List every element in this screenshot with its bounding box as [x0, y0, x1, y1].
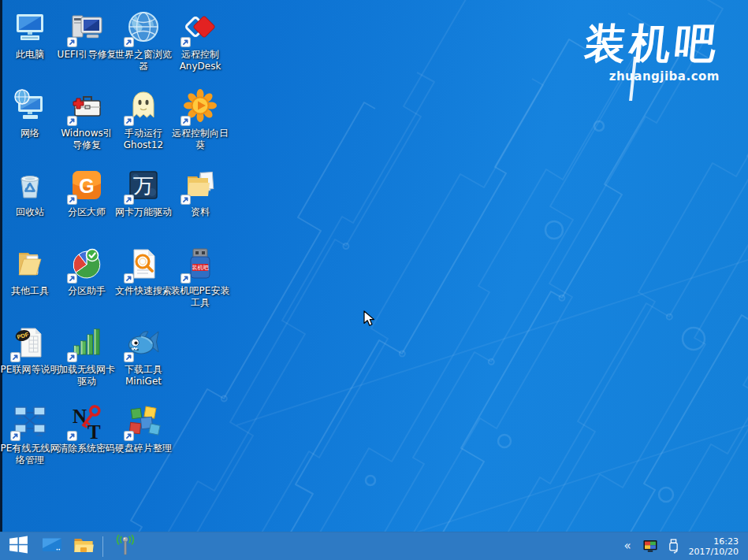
- icon-label: PE联网等说明: [1, 364, 60, 376]
- svg-text:G: G: [79, 175, 94, 197]
- shortcut-arrow-icon: [10, 431, 20, 441]
- shortcut-arrow-icon: [124, 352, 134, 362]
- desktop-icon-anydesk-remote[interactable]: 远程控制 AnyDesk: [172, 5, 229, 83]
- wireless-antenna-icon: [114, 533, 136, 559]
- desktop-icon-load-wireless-driver[interactable]: 加载无线网卡 驱动: [58, 320, 115, 399]
- wireless-network-button[interactable]: [110, 532, 141, 560]
- icon-label: 下载工具 MiniGet: [125, 364, 162, 388]
- icon-label: 手动运行 Ghost12: [124, 128, 163, 151]
- icon-label: UEFI引导修复: [58, 49, 117, 61]
- icon-label: Widnows引 导修复: [61, 128, 113, 151]
- network-pc-icon: [11, 87, 49, 125]
- desktop-icon-other-tools[interactable]: 其他工具: [2, 241, 58, 320]
- shortcut-arrow-icon: [124, 431, 134, 441]
- display-settings-tray-icon[interactable]: [642, 540, 658, 553]
- desktop-icon-uefi-boot-repair[interactable]: UEFI引导修复: [58, 5, 115, 83]
- shortcut-arrow-icon: [180, 116, 191, 126]
- tray-expand-chevron[interactable]: «: [622, 537, 632, 555]
- file-explorer-button[interactable]: [68, 532, 99, 560]
- system-tray: « 16:23 2017/10/20: [622, 536, 748, 557]
- desktop-icon-sunflower-remote[interactable]: 远程控制向日 葵: [172, 83, 229, 162]
- shortcut-arrow-icon: [10, 352, 20, 362]
- icon-label: 回收站: [16, 206, 44, 218]
- desktop-icon-pe-network-readme[interactable]: PDF PE联网等说明: [2, 320, 58, 399]
- shortcut-arrow-icon: [124, 37, 134, 47]
- desktop-icon-theworld-browser[interactable]: 世界之窗浏览 器: [115, 5, 172, 83]
- desktop-icon-disk-defrag[interactable]: 硬盘碎片整理: [115, 399, 172, 477]
- desktop-icon-network[interactable]: 网络: [2, 83, 58, 162]
- folder-icon: [73, 536, 94, 558]
- icon-label: 分区助手: [68, 285, 106, 297]
- shortcut-arrow-icon: [67, 37, 77, 47]
- desktop-icon-grid: 此电脑 UEFI引导修复 世界之窗浏览 器: [2, 5, 229, 477]
- desktop-icon-pe-network-manager[interactable]: PE有线无线网 络管理: [2, 399, 58, 477]
- icon-label: 其他工具: [11, 285, 49, 297]
- icon-label: 远程控制向日 葵: [172, 128, 229, 151]
- shortcut-arrow-icon: [180, 273, 191, 284]
- svg-text:装机吧: 装机吧: [192, 265, 210, 271]
- shortcut-arrow-icon: [180, 195, 191, 205]
- desktop-icon-partition-assistant[interactable]: 分区助手: [58, 241, 115, 320]
- clock-date: 2017/10/20: [689, 547, 739, 557]
- svg-text:万: 万: [133, 174, 154, 198]
- show-desktop-button[interactable]: [36, 532, 68, 560]
- desktop-icon-clear-system-password[interactable]: NT 清除系统密码: [58, 399, 115, 477]
- icon-label: 网卡万能驱动: [115, 206, 172, 218]
- usb-eject-tray-icon[interactable]: [668, 539, 679, 554]
- icon-label: 资料: [191, 206, 210, 218]
- icon-label: 硬盘碎片整理: [115, 443, 172, 454]
- desktop-icon-universal-nic-driver[interactable]: 万 网卡万能驱动: [115, 162, 172, 241]
- icon-label: PE有线无线网 络管理: [1, 443, 60, 466]
- shortcut-arrow-icon: [124, 273, 134, 284]
- desktop-icon-this-pc[interactable]: 此电脑: [2, 5, 58, 83]
- taskbar-separator: [102, 536, 103, 557]
- shortcut-arrow-icon: [67, 431, 77, 441]
- clock[interactable]: 16:23 2017/10/20: [689, 536, 739, 557]
- icon-label: 世界之窗浏览 器: [115, 49, 172, 72]
- shortcut-arrow-icon: [67, 273, 77, 284]
- shortcut-arrow-icon: [67, 116, 77, 126]
- desktop-icon-partition-master[interactable]: G 分区大师: [58, 162, 115, 241]
- icon-label: 分区大师: [68, 206, 106, 218]
- icon-label: 装机吧PE安装 工具: [171, 285, 230, 309]
- icon-label: 此电脑: [16, 49, 44, 61]
- brand-logo: 装机吧 zhuangjiba.com: [585, 22, 720, 83]
- shortcut-arrow-icon: [67, 352, 77, 362]
- this-pc-icon: [11, 9, 49, 46]
- desktop-icon-recycle-bin[interactable]: 回收站: [2, 162, 58, 241]
- desktop-screen: 装机吧 zhuangjiba.com 此电脑 UEFI引导修复: [0, 0, 748, 560]
- shortcut-arrow-icon: [180, 37, 191, 47]
- icon-label: 加载无线网卡 驱动: [58, 364, 115, 388]
- shortcut-arrow-icon: [124, 195, 134, 205]
- icon-label: 清除系统密码: [58, 443, 115, 454]
- shortcut-arrow-icon: [67, 195, 77, 205]
- desktop-icon-file-quick-search[interactable]: 文件快速搜索: [115, 241, 172, 320]
- desktop-icon-run-ghost12[interactable]: 手动运行 Ghost12: [115, 83, 172, 162]
- start-button[interactable]: [0, 532, 36, 560]
- mouse-cursor: [363, 310, 378, 331]
- clock-time: 16:23: [689, 536, 739, 547]
- folder-open-icon: [11, 245, 49, 283]
- desktop-icon-documents[interactable]: 资料: [172, 162, 229, 241]
- icon-label: 网络: [20, 128, 39, 139]
- icon-label: 远程控制 AnyDesk: [180, 49, 221, 72]
- brand-logo-url: zhuangjiba.com: [585, 69, 720, 83]
- windows-logo-icon: [8, 534, 29, 558]
- brand-logo-text: 装机吧: [582, 22, 722, 65]
- shortcut-arrow-icon: [124, 116, 134, 126]
- recycle-bin-icon: [11, 166, 49, 204]
- desktop-monitor-icon: [42, 535, 62, 558]
- desktop-icon-zhuangjiba-pe-installer[interactable]: 装机吧 装机吧PE安装 工具: [172, 241, 229, 320]
- taskbar: « 16:23 2017/10/20: [0, 532, 748, 560]
- desktop-icon-windows-boot-repair[interactable]: Widnows引 导修复: [58, 83, 115, 162]
- desktop-icon-miniget-downloader[interactable]: 下载工具 MiniGet: [115, 320, 172, 399]
- icon-label: 文件快速搜索: [115, 285, 172, 297]
